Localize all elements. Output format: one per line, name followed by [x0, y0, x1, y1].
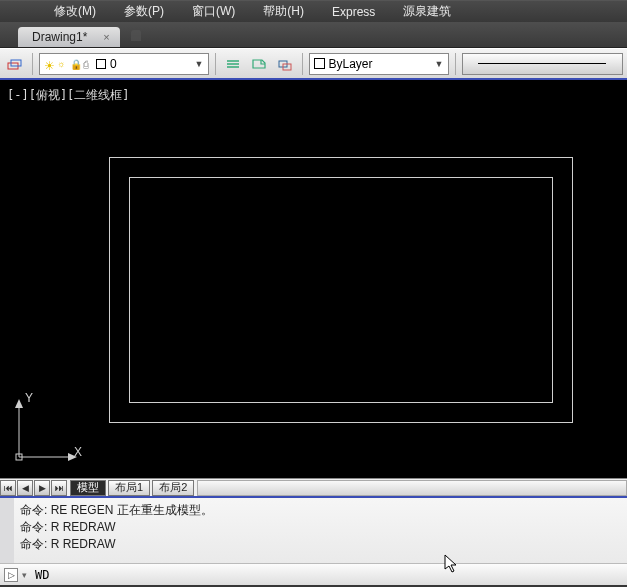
command-history[interactable]: ✕ 命令: RE REGEN 正在重生成模型。 命令: R REDRAW 命令:…: [0, 498, 627, 563]
layer-state-icon[interactable]: [222, 53, 244, 75]
menu-modify[interactable]: 修改(M): [40, 1, 110, 22]
layer-iso-icon[interactable]: [248, 53, 270, 75]
ucs-y-label: Y: [25, 391, 33, 405]
tab-model[interactable]: 模型: [70, 480, 106, 496]
svg-marker-6: [15, 399, 23, 408]
layer-name: 0: [110, 57, 117, 71]
chevron-down-icon: ▼: [195, 59, 204, 69]
layer-dropdown[interactable]: ☀ ☼ 🔒 ⎙ 0 ▼: [39, 53, 209, 75]
command-input-row: ▷ ▾: [0, 563, 627, 585]
command-area: ✕ 命令: RE REGEN 正在重生成模型。 命令: R REDRAW 命令:…: [0, 496, 627, 585]
close-icon[interactable]: ✕: [2, 500, 12, 510]
layout-tab-bar: ⏮ ◀ ▶ ⏭ 模型 布局1 布局2: [0, 478, 627, 496]
plot-icon: ⎙: [83, 59, 93, 69]
lock-icon: 🔒: [70, 59, 80, 69]
cmd-line: 命令: RE REGEN 正在重生成模型。: [20, 502, 621, 519]
layer-match-icon[interactable]: [274, 53, 296, 75]
layer-properties-icon[interactable]: [4, 53, 26, 75]
layer-color-icon: [96, 59, 106, 69]
menu-window[interactable]: 窗口(W): [178, 1, 249, 22]
color-swatch-icon: [314, 58, 325, 69]
cmd-line: 命令: R REDRAW: [20, 536, 621, 553]
color-label: ByLayer: [329, 57, 373, 71]
menu-params[interactable]: 参数(P): [110, 1, 178, 22]
ucs-x-label: X: [74, 445, 82, 459]
toolbar: ☀ ☼ 🔒 ⎙ 0 ▼ ByLayer ▼: [0, 48, 627, 80]
drawing-rectangle-inner[interactable]: [129, 177, 553, 403]
command-prompt-icon[interactable]: ▷: [4, 568, 18, 582]
chevron-down-icon: ▼: [435, 59, 444, 69]
tab-layout1[interactable]: 布局1: [108, 480, 150, 496]
chevron-down-icon[interactable]: ▾: [22, 570, 27, 580]
color-dropdown[interactable]: ByLayer ▼: [309, 53, 449, 75]
horizontal-scrollbar[interactable]: [197, 480, 627, 496]
menu-bar: 修改(M) 参数(P) 窗口(W) 帮助(H) Express 源泉建筑: [0, 0, 627, 22]
file-tab-label: Drawing1*: [32, 30, 87, 44]
menu-help[interactable]: 帮助(H): [249, 1, 318, 22]
menu-express[interactable]: Express: [318, 3, 389, 21]
drawing-viewport[interactable]: [-][俯视][二维线框] Y X: [0, 80, 627, 478]
command-input[interactable]: [33, 566, 623, 584]
scroll-next-icon[interactable]: ▶: [34, 480, 50, 496]
scroll-prev-icon[interactable]: ◀: [17, 480, 33, 496]
menu-yuanquan[interactable]: 源泉建筑: [389, 1, 465, 22]
sun-icon: ☼: [57, 59, 67, 69]
file-tab-row: Drawing1* ×: [0, 22, 627, 48]
cmd-line: 命令: R REDRAW: [20, 519, 621, 536]
line-preview-icon: [478, 63, 606, 64]
tab-layout2[interactable]: 布局2: [152, 480, 194, 496]
ucs-icon: Y X: [11, 395, 81, 465]
scroll-last-icon[interactable]: ⏭: [51, 480, 67, 496]
new-tab-icon[interactable]: [126, 27, 148, 45]
scroll-first-icon[interactable]: ⏮: [0, 480, 16, 496]
lightbulb-icon: ☀: [44, 59, 54, 69]
lineweight-dropdown[interactable]: [462, 53, 624, 75]
file-tab-drawing1[interactable]: Drawing1* ×: [18, 27, 120, 47]
close-icon[interactable]: ×: [103, 31, 109, 43]
view-label[interactable]: [-][俯视][二维线框]: [7, 87, 130, 104]
